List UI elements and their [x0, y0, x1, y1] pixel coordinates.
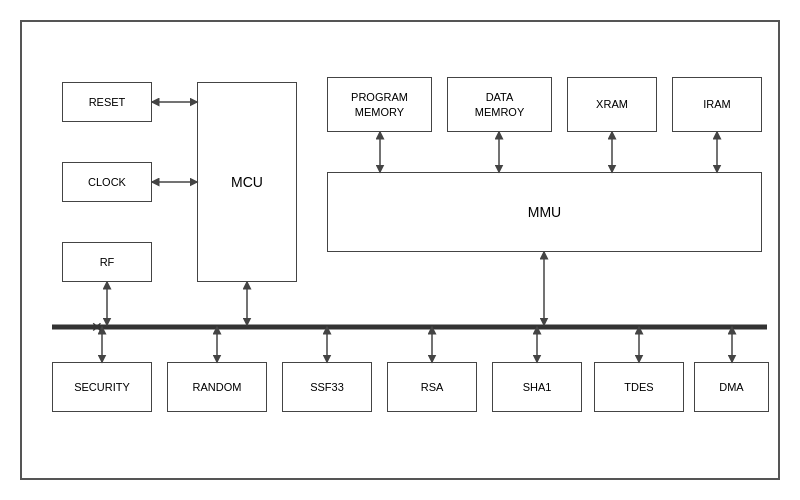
sha1-block: SHA1 — [492, 362, 582, 412]
tdes-block: TDES — [594, 362, 684, 412]
diagram-container: RESET CLOCK RF MCU PROGRAMMEMORY DATAMEM… — [20, 20, 780, 480]
data-memory-block: DATAMEMROY — [447, 77, 552, 132]
xram-block: XRAM — [567, 77, 657, 132]
reset-block: RESET — [62, 82, 152, 122]
dma-block: DMA — [694, 362, 769, 412]
bus-cross-marker: ✕ — [91, 319, 103, 335]
rf-block: RF — [62, 242, 152, 282]
mcu-block: MCU — [197, 82, 297, 282]
clock-block: CLOCK — [62, 162, 152, 202]
mmu-block: MMU — [327, 172, 762, 252]
random-block: RANDOM — [167, 362, 267, 412]
rsa-block: RSA — [387, 362, 477, 412]
iram-block: IRAM — [672, 77, 762, 132]
program-memory-block: PROGRAMMEMORY — [327, 77, 432, 132]
security-block: SECURITY — [52, 362, 152, 412]
ssf33-block: SSF33 — [282, 362, 372, 412]
